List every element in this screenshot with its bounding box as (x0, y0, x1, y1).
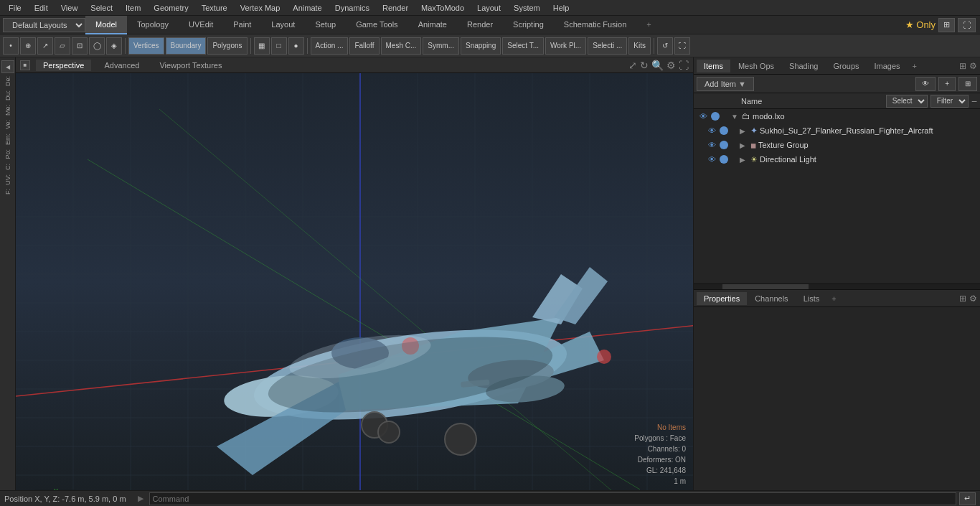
vertices-button[interactable]: Vertices (128, 37, 164, 55)
menu-texture[interactable]: Texture (196, 2, 233, 14)
tool-global-orient[interactable]: ⊕ (20, 37, 36, 55)
eye-icon-light[interactable]: 👁 (705, 153, 718, 166)
sidebar-label-ve[interactable]: Ve: (4, 118, 11, 131)
menu-geometry[interactable]: Geometry (148, 2, 194, 14)
menu-layout[interactable]: Layout (471, 2, 507, 14)
layout-tab-add[interactable]: + (636, 16, 661, 34)
tree-name-texture[interactable]: Texture Group (758, 141, 809, 149)
menu-maxtomodo[interactable]: MaxToModo (415, 2, 470, 14)
header-minus-btn[interactable]: − (971, 95, 977, 107)
tool-plane-icon[interactable]: □ (271, 37, 287, 55)
viewport-tab-textures[interactable]: Viewport Textures (152, 60, 229, 71)
vis-dot-mesh[interactable] (720, 126, 728, 135)
tool-transform[interactable]: ▱ (55, 37, 70, 55)
menu-animate[interactable]: Animate (287, 2, 327, 14)
expand-light[interactable]: ▶ (740, 156, 748, 164)
command-input[interactable] (149, 492, 956, 505)
viewport-collapse-btn[interactable]: ■ (20, 60, 30, 70)
items-tool-1[interactable]: 👁 (915, 77, 936, 91)
items-tool-3[interactable]: ⊞ (958, 77, 977, 91)
vis-dot-light[interactable] (720, 155, 728, 164)
star-only-button[interactable]: ★ Only (905, 19, 936, 30)
viewport-tab-perspective[interactable]: Perspective (36, 60, 91, 71)
sidebar-label-de[interactable]: De: (4, 75, 11, 88)
tool-arrow[interactable]: ↗ (37, 37, 53, 55)
layout-tab-uvedit[interactable]: UVEdit (179, 16, 223, 34)
expand-texture[interactable]: ▶ (740, 141, 748, 149)
layout-dropdown[interactable]: Default Layouts (3, 18, 85, 32)
layout-tab-render[interactable]: Render (457, 16, 503, 34)
viewport[interactable]: ■ Perspective Advanced Viewport Textures… (16, 57, 693, 490)
command-go-button[interactable]: ↵ (959, 492, 976, 505)
eye-icon-mesh[interactable]: 👁 (705, 124, 718, 137)
props-tab-properties[interactable]: Properties (697, 292, 747, 305)
layout-tab-schematic[interactable]: Schematic Fusion (554, 16, 636, 34)
props-settings-icon[interactable]: ⚙ (969, 294, 977, 304)
select-t-button[interactable]: Select T... (502, 37, 544, 55)
layout-tab-layout[interactable]: Layout (261, 16, 305, 34)
props-expand-icon[interactable]: ⊞ (959, 294, 966, 304)
fullscreen-button[interactable]: ⛶ (674, 37, 690, 55)
menu-help[interactable]: Help (547, 2, 575, 14)
panel-tab-add[interactable]: + (908, 60, 921, 72)
viewport-control-settings[interactable]: ⚙ (666, 60, 676, 71)
kits-button[interactable]: Kits (628, 37, 651, 55)
layout-tab-gametools[interactable]: Game Tools (346, 16, 408, 34)
panel-tab-groups[interactable]: Groups (826, 60, 866, 72)
menu-dynamics[interactable]: Dynamics (329, 2, 375, 14)
mesh-c-button[interactable]: Mesh C... (381, 37, 422, 55)
menu-vertex-map[interactable]: Vertex Map (235, 2, 286, 14)
props-tab-lists[interactable]: Lists (796, 292, 827, 305)
tool-grid-icon[interactable]: ▦ (254, 37, 270, 55)
tree-item-texture[interactable]: 👁 ▶ ◼ Texture Group (694, 138, 980, 152)
menu-item[interactable]: Item (120, 2, 146, 14)
header-select-btn[interactable]: Select (886, 95, 928, 108)
tree-item-mesh[interactable]: 👁 ▶ ✦ Sukhoi_Su_27_Flanker_Russian_Fight… (694, 123, 980, 138)
panel-tab-images[interactable]: Images (867, 60, 908, 72)
tool-mode-select[interactable]: • (3, 37, 19, 55)
tree-item-light[interactable]: 👁 ▶ ☀ Directional Light (694, 152, 980, 167)
menu-system[interactable]: System (508, 2, 546, 14)
menu-edit[interactable]: Edit (29, 2, 54, 14)
symm-button[interactable]: Symm... (423, 37, 459, 55)
items-tree-scrollbar[interactable] (694, 284, 980, 289)
viewport-tab-advanced[interactable]: Advanced (97, 60, 146, 71)
tool-diamond[interactable]: ◈ (106, 37, 122, 55)
expand-layout-button[interactable]: ⊞ (938, 18, 955, 32)
sidebar-label-f[interactable]: F: (4, 187, 11, 196)
expand-mesh[interactable]: ▶ (740, 127, 748, 135)
layout-tab-model[interactable]: Model (85, 16, 127, 34)
header-filter-btn[interactable]: Filter (928, 95, 969, 108)
layout-tab-setup[interactable]: Setup (305, 16, 346, 34)
layout-tab-animate[interactable]: Animate (408, 16, 457, 34)
eye-icon-root[interactable]: 👁 (697, 110, 710, 123)
props-tab-add[interactable]: + (827, 293, 840, 304)
snapping-button[interactable]: Snapping (461, 37, 501, 55)
tree-item-root[interactable]: 👁 ▼ 🗀 modo.lxo (694, 109, 980, 123)
tool-box[interactable]: ⊡ (72, 37, 88, 55)
sidebar-label-uv[interactable]: UV: (4, 173, 11, 187)
viewport-canvas[interactable]: X Y Z No Items Polygons : Face Channels:… (16, 73, 693, 490)
panel-tab-shading[interactable]: Shading (782, 60, 825, 72)
sidebar-label-po[interactable]: Po: (4, 148, 11, 161)
sidebar-collapse-btn[interactable]: ◀ (1, 60, 14, 73)
selecti-button[interactable]: Selecti ... (588, 37, 627, 55)
vis-dot-texture[interactable] (720, 141, 728, 149)
fullscreen-layout-button[interactable]: ⛶ (958, 18, 976, 32)
viewport-control-move[interactable]: ⤢ (628, 60, 637, 71)
panel-tab-items[interactable]: Items (697, 60, 730, 72)
falloff-button[interactable]: Falloff (349, 37, 379, 55)
sidebar-label-me[interactable]: Me: (4, 103, 11, 117)
viewport-control-expand[interactable]: ⛶ (679, 60, 689, 71)
viewport-control-rotate[interactable]: ↻ (640, 60, 649, 71)
tree-name-root[interactable]: modo.lxo (753, 112, 785, 121)
tool-circle[interactable]: ◯ (89, 37, 105, 55)
layout-tab-paint[interactable]: Paint (223, 16, 261, 34)
sidebar-label-du[interactable]: Du: (4, 89, 11, 102)
panel-tab-meshops[interactable]: Mesh Ops (731, 60, 781, 72)
boundary-button[interactable]: Boundary (166, 37, 207, 55)
polygons-button[interactable]: Polygons (207, 37, 247, 55)
work-pl-button[interactable]: Work Pl... (545, 37, 586, 55)
menu-file[interactable]: File (3, 2, 27, 14)
eye-icon-texture[interactable]: 👁 (705, 139, 718, 151)
